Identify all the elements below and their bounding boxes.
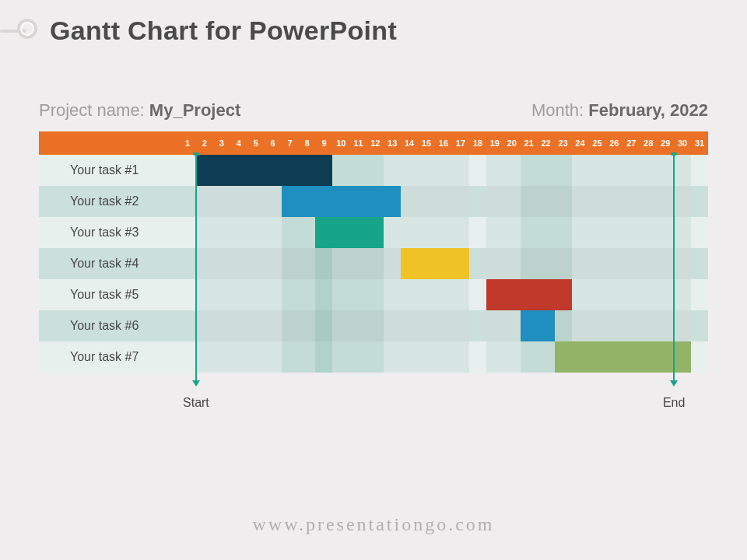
gantt-cell [555,217,572,248]
day-header: 18 [469,131,486,155]
gantt-cell [452,279,469,310]
page-title: Gantt Chart for PowerPoint [50,16,397,46]
gantt-cell [418,248,435,279]
gantt-cell [622,217,640,248]
task-row: Your task #7 [39,341,708,373]
gantt-cell [435,155,452,186]
gantt-cell [230,279,247,310]
gantt-cell [657,248,674,279]
gantt-cell [538,248,555,279]
gantt-cell [622,279,640,310]
gantt-cell [282,310,299,341]
gantt-cell [435,310,452,341]
gantt-cell [640,341,657,373]
title-bar: Gantt Chart for PowerPoint [0,0,747,46]
gantt-cell [572,279,589,310]
day-header: 24 [572,131,589,155]
logo-icon [0,17,39,45]
gantt-cell [691,217,708,248]
gantt-cell [572,186,589,217]
gantt-cell [179,155,196,186]
day-header: 31 [691,131,708,155]
gantt-cell [435,217,452,248]
gantt-cell [265,310,282,341]
gantt-cell [469,155,486,186]
gantt-cell [452,217,469,248]
gantt-cell [521,217,538,248]
gantt-cell [332,217,349,248]
gantt-cell [435,186,452,217]
task-label: Your task #7 [39,341,179,373]
gantt-cell [230,341,247,373]
gantt-cell [691,248,708,279]
day-header: 20 [503,131,521,155]
gantt-cell [640,186,657,217]
meta-row: Project name: My_Project Month: February… [39,100,708,121]
gantt-cell [384,155,401,186]
gantt-cell [572,155,589,186]
gantt-cell [384,217,401,248]
day-header: 10 [332,131,349,155]
gantt-cell [588,310,605,341]
gantt-cell [588,279,605,310]
gantt-cell [674,279,691,310]
gantt-cell [265,248,282,279]
gantt-cell [486,217,503,248]
gantt-cell [282,155,299,186]
task-label: Your task #4 [39,248,179,279]
gantt-cell [179,186,196,217]
gantt-cell [366,341,384,373]
gantt-cell [503,341,521,373]
gantt-cell [282,248,299,279]
gantt-cell [588,341,605,373]
gantt-cell [366,155,384,186]
gantt-cell [640,310,657,341]
gantt-cell [486,310,503,341]
gantt-cell [691,186,708,217]
gantt-cell [213,279,230,310]
gantt-cell [315,186,332,217]
gantt-cell [265,341,282,373]
gantt-cell [657,279,674,310]
gantt-cell [366,279,384,310]
gantt-cell [196,341,213,373]
gantt-cell [674,310,691,341]
gantt-cell [538,217,555,248]
gantt-cell [265,186,282,217]
gantt-cell [521,248,538,279]
gantt-cell [418,186,435,217]
month-value: February, 2022 [588,100,708,120]
gantt-cell [418,279,435,310]
gantt-cell [469,310,486,341]
gantt-cell [674,341,691,373]
gantt-cell [349,217,366,248]
gantt-cell [657,217,674,248]
gantt-cell [486,279,503,310]
gantt-cell [282,186,299,217]
gantt-cell [572,310,589,341]
gantt-cell [622,310,640,341]
gantt-cell [538,341,555,373]
gantt-cell [384,279,401,310]
gantt-cell [299,310,316,341]
gantt-cell [418,155,435,186]
gantt-cell [521,279,538,310]
gantt-cell [691,341,708,373]
gantt-cell [521,186,538,217]
gantt-cell [196,155,213,186]
gantt-cell [469,279,486,310]
gantt-cell [588,186,605,217]
gantt-cell [179,217,196,248]
gantt-cell [230,155,247,186]
gantt-cell [605,217,622,248]
gantt-cell [503,279,521,310]
day-header: 30 [674,131,691,155]
day-header: 9 [315,131,332,155]
gantt-cell [657,155,674,186]
gantt-cell [640,279,657,310]
task-row: Your task #6 [39,310,708,341]
gantt-cell [452,186,469,217]
gantt-cell [349,279,366,310]
task-label: Your task #2 [39,186,179,217]
gantt-cell [435,279,452,310]
